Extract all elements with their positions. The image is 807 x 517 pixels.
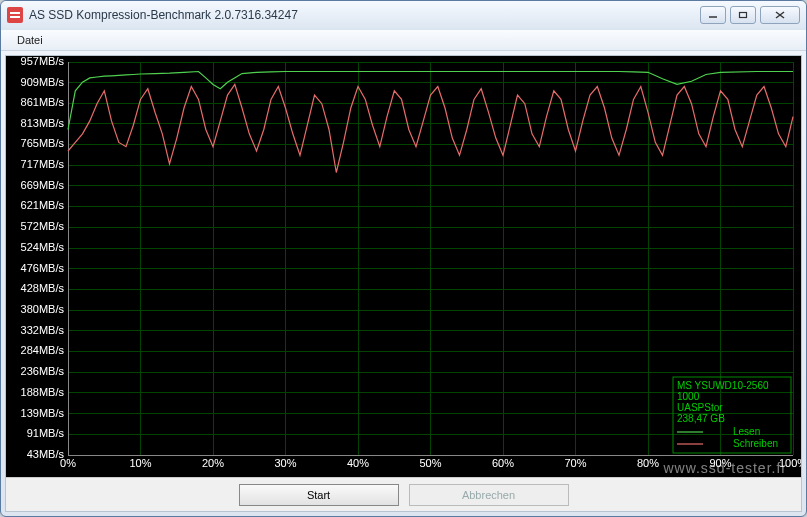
svg-text:0%: 0% <box>60 457 76 469</box>
svg-text:1000: 1000 <box>677 391 700 402</box>
menubar: Datei <box>1 30 806 51</box>
svg-text:UASPStor: UASPStor <box>677 402 723 413</box>
svg-text:332MB/s: 332MB/s <box>21 324 65 336</box>
svg-text:524MB/s: 524MB/s <box>21 241 65 253</box>
svg-text:40%: 40% <box>347 457 369 469</box>
svg-text:MS YSUWD10-2560: MS YSUWD10-2560 <box>677 380 769 391</box>
svg-text:621MB/s: 621MB/s <box>21 199 65 211</box>
svg-rect-0 <box>7 7 23 23</box>
svg-text:861MB/s: 861MB/s <box>21 96 65 108</box>
svg-rect-4 <box>740 13 747 18</box>
svg-text:Schreiben: Schreiben <box>733 438 778 449</box>
svg-text:80%: 80% <box>637 457 659 469</box>
svg-text:236MB/s: 236MB/s <box>21 365 65 377</box>
svg-text:476MB/s: 476MB/s <box>21 262 65 274</box>
svg-text:572MB/s: 572MB/s <box>21 220 65 232</box>
abort-button: Abbrechen <box>409 484 569 506</box>
titlebar[interactable]: AS SSD Kompression-Benchmark 2.0.7316.34… <box>1 1 806 30</box>
compression-chart: 43MB/s91MB/s139MB/s188MB/s236MB/s284MB/s… <box>6 56 801 477</box>
svg-text:765MB/s: 765MB/s <box>21 137 65 149</box>
svg-text:813MB/s: 813MB/s <box>21 117 65 129</box>
svg-text:188MB/s: 188MB/s <box>21 386 65 398</box>
svg-text:Lesen: Lesen <box>733 426 760 437</box>
svg-text:428MB/s: 428MB/s <box>21 282 65 294</box>
svg-text:909MB/s: 909MB/s <box>21 76 65 88</box>
svg-text:www.ssd-tester.fr: www.ssd-tester.fr <box>662 460 787 476</box>
app-window: AS SSD Kompression-Benchmark 2.0.7316.34… <box>0 0 807 517</box>
svg-text:139MB/s: 139MB/s <box>21 407 65 419</box>
chart-area: 43MB/s91MB/s139MB/s188MB/s236MB/s284MB/s… <box>6 56 801 477</box>
svg-text:380MB/s: 380MB/s <box>21 303 65 315</box>
minimize-button[interactable] <box>700 6 726 24</box>
svg-rect-2 <box>10 16 20 18</box>
svg-text:957MB/s: 957MB/s <box>21 56 65 67</box>
window-controls <box>700 6 800 24</box>
menu-file[interactable]: Datei <box>9 32 51 48</box>
svg-text:284MB/s: 284MB/s <box>21 344 65 356</box>
svg-text:50%: 50% <box>419 457 441 469</box>
close-button[interactable] <box>760 6 800 24</box>
content-panel: 43MB/s91MB/s139MB/s188MB/s236MB/s284MB/s… <box>5 55 802 512</box>
app-icon <box>7 7 23 23</box>
svg-text:20%: 20% <box>202 457 224 469</box>
window-title: AS SSD Kompression-Benchmark 2.0.7316.34… <box>29 8 700 22</box>
svg-text:91MB/s: 91MB/s <box>27 427 65 439</box>
svg-text:43MB/s: 43MB/s <box>27 448 65 460</box>
svg-text:60%: 60% <box>492 457 514 469</box>
svg-rect-1 <box>10 12 20 14</box>
svg-text:30%: 30% <box>274 457 296 469</box>
maximize-button[interactable] <box>730 6 756 24</box>
svg-text:70%: 70% <box>564 457 586 469</box>
start-button[interactable]: Start <box>239 484 399 506</box>
svg-text:669MB/s: 669MB/s <box>21 179 65 191</box>
svg-text:10%: 10% <box>129 457 151 469</box>
button-row: Start Abbrechen <box>6 477 801 511</box>
svg-text:717MB/s: 717MB/s <box>21 158 65 170</box>
svg-text:238,47 GB: 238,47 GB <box>677 413 725 424</box>
